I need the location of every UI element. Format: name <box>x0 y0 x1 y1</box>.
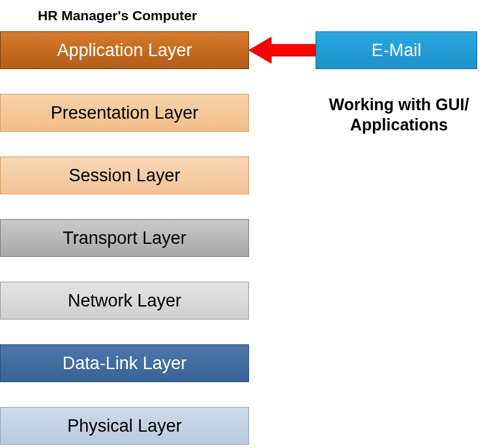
layer-application: Application Layer <box>0 31 249 69</box>
layer-session: Session Layer <box>0 157 249 194</box>
layer-transport: Transport Layer <box>0 219 249 257</box>
layer-presentation: Presentation Layer <box>0 94 249 132</box>
layer-datalink: Data-Link Layer <box>0 344 249 382</box>
caption-text: Working with GUI/ Applications <box>314 95 484 136</box>
arrow-left-icon <box>249 50 316 51</box>
svg-marker-0 <box>249 37 316 63</box>
layer-network: Network Layer <box>0 282 249 320</box>
layer-physical: Physical Layer <box>0 407 249 445</box>
page-title: HR Manager's Computer <box>38 8 197 23</box>
email-box: E-Mail <box>316 31 477 69</box>
